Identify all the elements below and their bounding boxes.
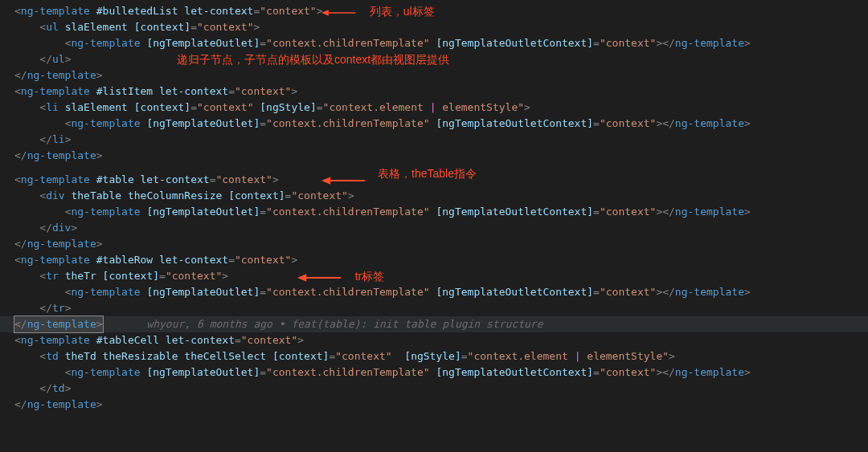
eq: = [190, 101, 197, 113]
string: "context" [600, 286, 656, 298]
sp [90, 334, 96, 346]
tag-name: ng-template [71, 117, 140, 129]
code-line[interactable]: <ng-template #table let-context="context… [0, 172, 868, 188]
sp [121, 189, 128, 202]
string: "context" [335, 350, 391, 362]
sp [153, 254, 159, 266]
code-line[interactable]: </ng-template> [0, 148, 868, 164]
attr: theTable [71, 189, 121, 202]
tag-name: ul [46, 21, 59, 33]
punct: > [96, 238, 103, 250]
punct: </ [662, 286, 675, 298]
code-line[interactable]: <ng-template [ngTemplateOutlet]="context… [0, 116, 868, 132]
attr: #listItem [96, 85, 153, 97]
tag-name: td [46, 350, 59, 362]
punct: </ [14, 149, 27, 161]
tag-name: ng-template [675, 366, 744, 378]
tag-name: ng-template [27, 238, 96, 250]
punct: </ [39, 133, 52, 145]
tag-name: ng-template [675, 206, 744, 218]
punct: </ [39, 382, 52, 394]
attr: theTd [65, 350, 96, 362]
eq: = [235, 334, 241, 346]
sp [128, 101, 134, 113]
tag-name: div [46, 189, 64, 202]
eq: = [260, 206, 266, 218]
punct: > [65, 53, 72, 65]
code-line[interactable]: <ng-template #listItem let-context="cont… [0, 83, 868, 100]
tag-name: tr [52, 302, 65, 314]
punct: > [272, 173, 279, 185]
attr: [context] [228, 189, 285, 202]
punct: > [348, 189, 354, 202]
attr: [context] [103, 270, 159, 282]
code-line[interactable]: </td> [0, 381, 868, 397]
punct: > [744, 366, 751, 378]
sp [90, 173, 96, 185]
code-line[interactable]: <tr theTr [context]="context"> tr标签 [0, 268, 868, 284]
string: "context" [600, 117, 656, 129]
punct: > [65, 133, 72, 145]
code-line[interactable]: <ng-template #bulletedList let-context="… [0, 3, 868, 19]
code-line[interactable]: <ng-template [ngTemplateOutlet]="context… [0, 204, 868, 220]
tag-name: ng-template [71, 286, 140, 298]
code-line[interactable]: </div> [0, 220, 868, 236]
code-line[interactable]: </ng-template> [0, 397, 868, 413]
code-line[interactable]: <div theTable theColumnResize [context]=… [0, 188, 868, 204]
code-line[interactable]: <ng-template [ngTemplateOutlet]="context… [0, 364, 868, 381]
annotation-label: 递归子节点，子节点的模板以及context都由视图层提供 [177, 53, 449, 66]
code-line[interactable]: </li> [0, 132, 868, 148]
code-line[interactable]: </ng-template> [0, 236, 868, 252]
eq: = [260, 366, 266, 378]
sp [90, 254, 96, 266]
code-line[interactable]: </ng-template> [0, 67, 868, 83]
code-line[interactable]: <ng-template [ngTemplateOutlet]="context… [0, 35, 868, 51]
attr: let-context [166, 334, 235, 346]
attr: slaElement [65, 101, 128, 113]
code-line[interactable]: </tr> [0, 300, 868, 316]
punct: < [39, 350, 46, 362]
string: "context.childrenTemplate" [266, 286, 430, 298]
string: "context" [600, 366, 656, 378]
code-line[interactable]: <ul slaElement [context]="context"> [0, 19, 868, 35]
eq: = [228, 254, 235, 266]
attr: #bulletedList [96, 5, 178, 17]
eq: = [593, 117, 600, 129]
string: "context" [600, 37, 656, 49]
code-line-active[interactable]: </ng-template> whyour, 6 months ago • fe… [0, 316, 868, 332]
tag-name: ng-template [21, 5, 90, 17]
attr: [ngTemplateOutletContext] [436, 366, 593, 378]
code-line[interactable]: </ul>递归子节点，子节点的模板以及context都由视图层提供 [0, 51, 868, 67]
eq: = [260, 286, 266, 298]
tag-name: ul [52, 53, 65, 65]
attr: let-context [141, 173, 210, 185]
string: "context.element [323, 101, 430, 113]
string: "context" [260, 5, 316, 17]
code-line[interactable]: <ng-template #tableCell let-context="con… [0, 332, 868, 348]
sp [266, 350, 272, 362]
code-line[interactable]: <td theTd theResizable theCellSelect [co… [0, 348, 868, 364]
string: "context" [241, 334, 297, 346]
punct: > [222, 270, 228, 282]
tag-name: ng-template [27, 149, 96, 161]
attr: theColumnResize [128, 189, 222, 202]
code-line[interactable]: <li slaElement [context]="context" [ngSt… [0, 100, 868, 116]
sp [153, 85, 159, 97]
punct: </ [39, 302, 52, 314]
attr: let-context [159, 85, 228, 97]
attr: [ngTemplateOutletContext] [436, 286, 593, 298]
punct: > [65, 302, 72, 314]
tag-name: ng-template [675, 37, 744, 49]
tag-name: li [52, 133, 65, 145]
sp [96, 270, 103, 282]
sp [96, 350, 103, 362]
string: elementStyle" [436, 101, 524, 113]
punct: < [39, 270, 46, 282]
code-editor-view[interactable]: <ng-template #bulletedList let-context="… [0, 3, 868, 413]
string: "context.childrenTemplate" [266, 366, 430, 378]
git-blame-annotation: whyour, 6 months ago • feat(table): init… [146, 318, 542, 330]
code-line[interactable]: <ng-template [ngTemplateOutlet]="context… [0, 284, 868, 300]
code-line[interactable]: <ng-template #tableRow let-context="cont… [0, 252, 868, 268]
eq: = [593, 206, 600, 218]
string: "context" [197, 21, 253, 33]
